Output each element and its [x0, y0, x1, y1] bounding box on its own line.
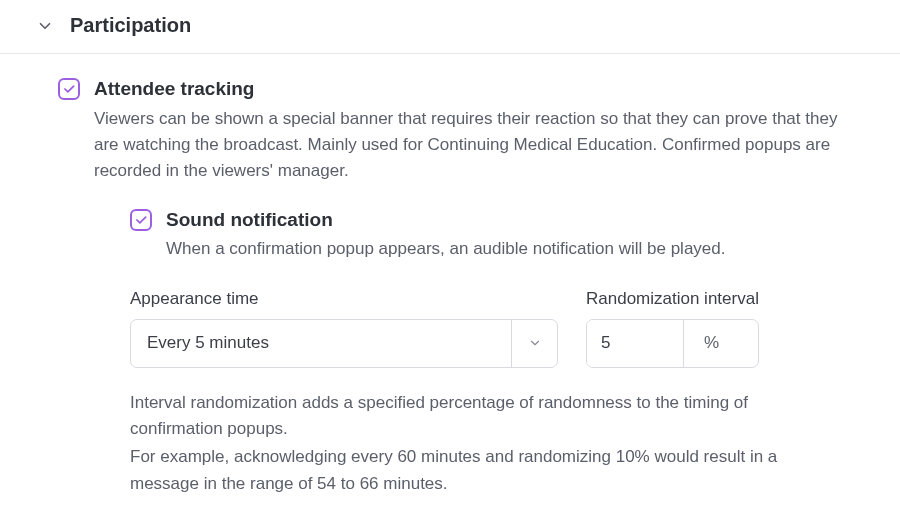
- check-icon: [134, 213, 148, 227]
- section-title: Participation: [70, 14, 191, 37]
- section-header[interactable]: Participation: [0, 0, 900, 54]
- randomization-interval-input[interactable]: [587, 320, 683, 367]
- randomization-interval-field: %: [586, 319, 759, 368]
- attendee-tracking-desc: Viewers can be shown a special banner th…: [94, 106, 852, 185]
- chevron-down-icon: [36, 17, 54, 35]
- randomization-interval-group: Randomization interval %: [586, 289, 759, 368]
- sound-notification-option: Sound notification When a confirmation p…: [130, 207, 852, 263]
- randomization-interval-suffix: %: [683, 320, 739, 367]
- randomization-interval-label: Randomization interval: [586, 289, 759, 309]
- footnote-line-2: For example, acknowledging every 60 minu…: [130, 444, 790, 497]
- sound-notification-desc: When a confirmation popup appears, an au…: [166, 236, 852, 262]
- attendee-tracking-option: Attendee tracking Viewers can be shown a…: [58, 76, 852, 497]
- appearance-time-label: Appearance time: [130, 289, 558, 309]
- randomization-footnote: Interval randomization adds a specified …: [130, 390, 790, 497]
- attendee-tracking-checkbox[interactable]: [58, 78, 80, 100]
- sound-notification-checkbox[interactable]: [130, 209, 152, 231]
- appearance-time-value: Every 5 minutes: [131, 320, 511, 367]
- chevron-down-icon: [511, 320, 557, 367]
- appearance-time-group: Appearance time Every 5 minutes: [130, 289, 558, 368]
- check-icon: [62, 82, 76, 96]
- attendee-tracking-title: Attendee tracking: [94, 76, 852, 102]
- sound-notification-title: Sound notification: [166, 207, 852, 233]
- footnote-line-1: Interval randomization adds a specified …: [130, 390, 790, 443]
- appearance-time-select[interactable]: Every 5 minutes: [130, 319, 558, 368]
